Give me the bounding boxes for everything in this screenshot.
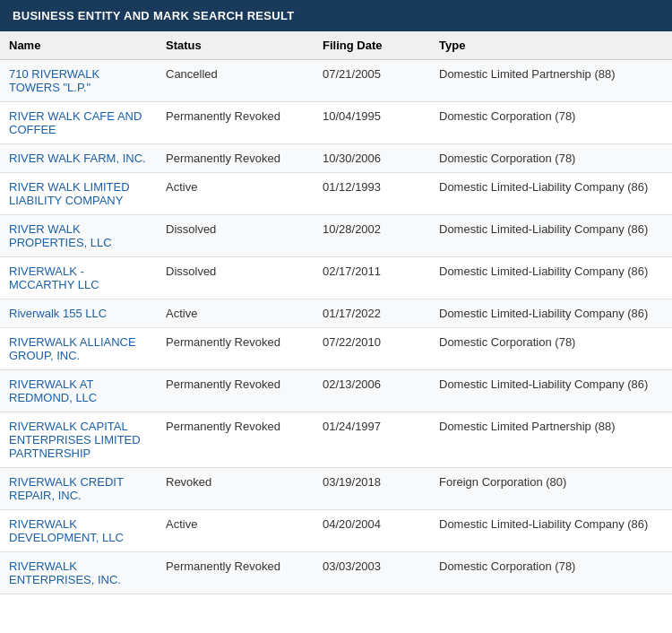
cell-name[interactable]: RIVERWALK AT REDMOND, LLC: [0, 370, 157, 412]
results-table: Name Status Filing Date Type 710 RIVERWA…: [0, 31, 672, 594]
cell-type: Domestic Corporation (78): [430, 144, 672, 173]
col-header-filing-date: Filing Date: [314, 31, 430, 60]
entity-name-link[interactable]: 710 RIVERWALK TOWERS "L.P.": [9, 67, 99, 94]
table-row: RIVER WALK PROPERTIES, LLCDissolved10/28…: [0, 215, 672, 257]
cell-status: Active: [157, 510, 314, 552]
entity-name-link[interactable]: RIVERWALK DEVELOPMENT, LLC: [9, 517, 124, 544]
cell-status: Active: [157, 173, 314, 215]
cell-type: Domestic Corporation (78): [430, 328, 672, 370]
cell-status: Permanently Revoked: [157, 102, 314, 144]
cell-name[interactable]: RIVERWALK DEVELOPMENT, LLC: [0, 510, 157, 552]
cell-type: Domestic Limited-Liability Company (86): [430, 215, 672, 257]
cell-name[interactable]: RIVER WALK LIMITED LIABILITY COMPANY: [0, 173, 157, 215]
entity-name-link[interactable]: RIVERWALK CAPITAL ENTERPRISES LIMITED PA…: [9, 420, 141, 460]
cell-filing-date: 10/28/2002: [314, 215, 430, 257]
entity-name-link[interactable]: RIVERWALK CREDIT REPAIR, INC.: [9, 475, 124, 502]
col-header-status: Status: [157, 31, 314, 60]
table-row: RIVERWALK CREDIT REPAIR, INC.Revoked03/1…: [0, 468, 672, 510]
cell-status: Permanently Revoked: [157, 328, 314, 370]
cell-name[interactable]: 710 RIVERWALK TOWERS "L.P.": [0, 60, 157, 102]
table-row: Riverwalk 155 LLCActive01/17/2022Domesti…: [0, 299, 672, 328]
cell-status: Permanently Revoked: [157, 552, 314, 594]
cell-filing-date: 07/21/2005: [314, 60, 430, 102]
entity-name-link[interactable]: RIVERWALK ALLIANCE GROUP, INC.: [9, 335, 136, 362]
entity-name-link[interactable]: RIVERWALK AT REDMOND, LLC: [9, 377, 97, 404]
table-row: RIVERWALK AT REDMOND, LLCPermanently Rev…: [0, 370, 672, 412]
cell-type: Domestic Limited-Liability Company (86): [430, 370, 672, 412]
cell-name[interactable]: RIVERWALK ENTERPRISES, INC.: [0, 552, 157, 594]
cell-type: Domestic Limited Partnership (88): [430, 60, 672, 102]
cell-filing-date: 10/30/2006: [314, 144, 430, 173]
cell-filing-date: 03/03/2003: [314, 552, 430, 594]
cell-name[interactable]: RIVER WALK PROPERTIES, LLC: [0, 215, 157, 257]
table-row: RIVER WALK CAFE AND COFFEEPermanently Re…: [0, 102, 672, 144]
cell-status: Permanently Revoked: [157, 370, 314, 412]
cell-status: Active: [157, 299, 314, 328]
cell-status: Dissolved: [157, 257, 314, 299]
page-header: BUSINESS ENTITY AND MARK SEARCH RESULT: [0, 0, 672, 31]
table-row: RIVERWALK CAPITAL ENTERPRISES LIMITED PA…: [0, 412, 672, 468]
cell-filing-date: 07/22/2010: [314, 328, 430, 370]
col-header-type: Type: [430, 31, 672, 60]
table-row: RIVERWALK ENTERPRISES, INC.Permanently R…: [0, 552, 672, 594]
entity-name-link[interactable]: RIVERWALK - MCCARTHY LLC: [9, 264, 99, 291]
table-row: 710 RIVERWALK TOWERS "L.P."Cancelled07/2…: [0, 60, 672, 102]
entity-name-link[interactable]: RIVER WALK PROPERTIES, LLC: [9, 222, 112, 249]
cell-filing-date: 02/17/2011: [314, 257, 430, 299]
cell-type: Domestic Limited Partnership (88): [430, 412, 672, 468]
cell-status: Dissolved: [157, 215, 314, 257]
cell-filing-date: 10/04/1995: [314, 102, 430, 144]
entity-name-link[interactable]: Riverwalk 155 LLC: [9, 307, 107, 320]
cell-name[interactable]: RIVERWALK CAPITAL ENTERPRISES LIMITED PA…: [0, 412, 157, 468]
cell-status: Permanently Revoked: [157, 144, 314, 173]
table-row: RIVERWALK ALLIANCE GROUP, INC.Permanentl…: [0, 328, 672, 370]
cell-filing-date: 04/20/2004: [314, 510, 430, 552]
cell-type: Domestic Limited-Liability Company (86): [430, 510, 672, 552]
cell-filing-date: 01/12/1993: [314, 173, 430, 215]
entity-name-link[interactable]: RIVER WALK CAFE AND COFFEE: [9, 109, 142, 136]
cell-type: Domestic Limited-Liability Company (86): [430, 173, 672, 215]
cell-type: Domestic Corporation (78): [430, 552, 672, 594]
cell-name[interactable]: RIVERWALK - MCCARTHY LLC: [0, 257, 157, 299]
cell-type: Domestic Limited-Liability Company (86): [430, 299, 672, 328]
cell-filing-date: 01/17/2022: [314, 299, 430, 328]
cell-name[interactable]: RIVER WALK CAFE AND COFFEE: [0, 102, 157, 144]
cell-name[interactable]: RIVER WALK FARM, INC.: [0, 144, 157, 173]
table-row: RIVER WALK FARM, INC.Permanently Revoked…: [0, 144, 672, 173]
cell-type: Domestic Corporation (78): [430, 102, 672, 144]
cell-type: Foreign Corporation (80): [430, 468, 672, 510]
table-row: RIVERWALK DEVELOPMENT, LLCActive04/20/20…: [0, 510, 672, 552]
cell-status: Cancelled: [157, 60, 314, 102]
cell-status: Revoked: [157, 468, 314, 510]
cell-filing-date: 01/24/1997: [314, 412, 430, 468]
table-header-row: Name Status Filing Date Type: [0, 31, 672, 60]
entity-name-link[interactable]: RIVER WALK LIMITED LIABILITY COMPANY: [9, 180, 130, 207]
entity-name-link[interactable]: RIVER WALK FARM, INC.: [9, 152, 146, 165]
page-title: BUSINESS ENTITY AND MARK SEARCH RESULT: [13, 9, 295, 22]
cell-name[interactable]: Riverwalk 155 LLC: [0, 299, 157, 328]
cell-name[interactable]: RIVERWALK ALLIANCE GROUP, INC.: [0, 328, 157, 370]
cell-type: Domestic Limited-Liability Company (86): [430, 257, 672, 299]
table-row: RIVER WALK LIMITED LIABILITY COMPANYActi…: [0, 173, 672, 215]
cell-name[interactable]: RIVERWALK CREDIT REPAIR, INC.: [0, 468, 157, 510]
cell-status: Permanently Revoked: [157, 412, 314, 468]
table-row: RIVERWALK - MCCARTHY LLCDissolved02/17/2…: [0, 257, 672, 299]
cell-filing-date: 03/19/2018: [314, 468, 430, 510]
cell-filing-date: 02/13/2006: [314, 370, 430, 412]
col-header-name: Name: [0, 31, 157, 60]
entity-name-link[interactable]: RIVERWALK ENTERPRISES, INC.: [9, 559, 121, 586]
